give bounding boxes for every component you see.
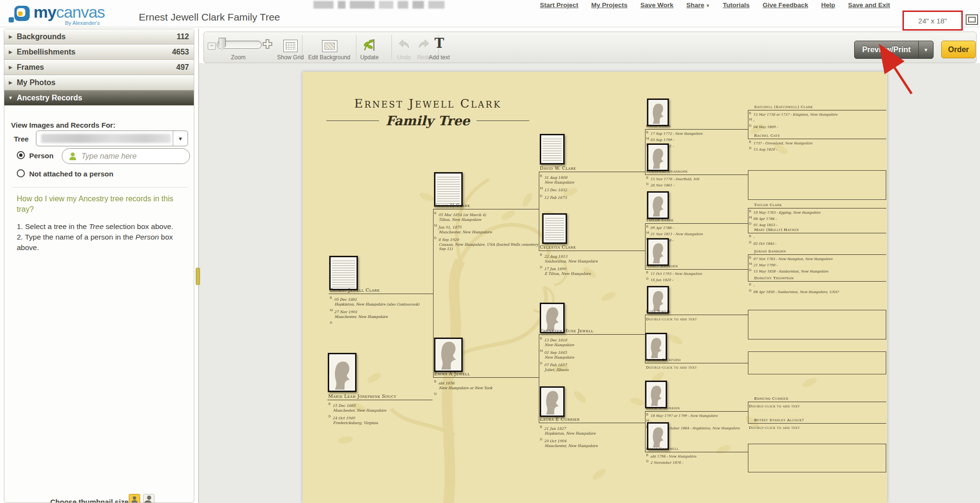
panel-splitter[interactable]	[198, 29, 199, 503]
add-text-placeholder[interactable]: Double-click to add text	[645, 316, 748, 322]
records-panel-heading: View Images and Records For:	[11, 121, 115, 129]
silhouette-photo[interactable]	[647, 98, 669, 126]
person-box-celestia[interactable]: Celestia ClarkB22 Aug 1813Sanbornton, Ne…	[539, 244, 645, 276]
person-name: Dorothy Thompson	[748, 275, 886, 282]
person-box-rachel[interactable]: Rachel CateB1737 - Greenland, New Hampsh…	[748, 133, 886, 152]
person-name: Taylor Clark	[748, 202, 886, 208]
person-box-nancy[interactable]: Nancy SanbornB11 Oct 1793 - New Hampshir…	[645, 263, 748, 282]
life-event: Babt 1798 - New Hampshire	[645, 453, 748, 459]
person-box-edmund[interactable]: Edmund CurrierDouble-click to add text	[748, 396, 886, 408]
person-box-mary[interactable]: Mary (Molly) HaynesB-D02 Oct 1845 -	[748, 227, 886, 246]
zoom-out-button[interactable]: −	[208, 43, 216, 50]
add-text-placeholder[interactable]: Double-click to add text	[645, 364, 748, 370]
person-box-ernest[interactable]: Ernest Jewell ClarkB05 Dec 1881Hopkinton…	[329, 287, 433, 327]
chevron-down-icon[interactable]: ▼	[173, 131, 188, 146]
empty-person-box[interactable]	[748, 170, 886, 200]
person-name: David W. Clark	[539, 165, 645, 172]
silhouette-photo[interactable]	[328, 353, 356, 392]
life-event: M02 Sep 1845New Hampshire	[539, 349, 645, 360]
accordion-my-photos[interactable]: ▶ My Photos	[4, 75, 194, 90]
life-event: D	[433, 392, 539, 398]
person-name: Betsey Stanley Alcock?	[748, 417, 886, 424]
redo-icon[interactable]	[417, 38, 431, 52]
nav-start-project[interactable]: Start Project	[540, 1, 578, 9]
person-box-taylor-clark-5[interactable]: Taylor ClarkB10 May 1763 - Epping, New H…	[748, 202, 886, 227]
person-box-satchell[interactable]: Satchell (Satchwell) ClarkB15 Mar 1736 o…	[748, 104, 886, 129]
silhouette-photo[interactable]	[645, 381, 667, 408]
life-event: M-	[748, 118, 886, 123]
accordion-frames[interactable]: ▶ Frames 497	[4, 60, 194, 75]
empty-person-box[interactable]	[748, 351, 886, 374]
thumbnail-size-large-button[interactable]	[143, 494, 155, 503]
person-box-abigail[interactable]: Abigail BickfordDouble-click to add text	[645, 357, 748, 370]
tree-select[interactable]: ▼	[36, 131, 188, 146]
life-event: D16 Jun 1820 -	[645, 277, 748, 283]
person-box-ezra[interactable]: Ezra JewellDouble-click to add text	[645, 309, 748, 321]
poster-title-block[interactable]: Ernest Jewell Clark Family Tree	[326, 97, 529, 128]
silhouette-photo[interactable]	[647, 238, 669, 266]
edit-background-icon[interactable]	[322, 40, 337, 52]
editor-toolbar: − Zoom Show Grid Edit Background Update …	[203, 32, 977, 63]
nav-save-and-exit[interactable]: Save and Exit	[848, 1, 890, 9]
person-box-emma[interactable]: Emma A JewellBabt 1856New Hampshire or N…	[433, 371, 539, 398]
nav-my-projects[interactable]: My Projects	[591, 1, 628, 9]
add-text-placeholder[interactable]: Double-click to add text	[748, 403, 886, 409]
show-grid-icon[interactable]	[283, 40, 298, 52]
person-name-input[interactable]: Type name here	[62, 148, 190, 164]
nav-save-work[interactable]: Save Work	[640, 1, 673, 9]
accordion-backgrounds[interactable]: ▶ Backgrounds 112	[4, 29, 194, 44]
person-box-davidw[interactable]: David W. ClarkB31 Aug 1808New HampshireM…	[539, 165, 645, 200]
person-radio[interactable]	[17, 151, 25, 159]
empty-person-box[interactable]	[748, 310, 886, 339]
person-box-dorothy[interactable]: Dorothy ThompsonB-D08 Apr 1850 - Sanborn…	[748, 275, 886, 294]
document-thumbnail[interactable]	[542, 213, 567, 244]
silhouette-photo[interactable]	[645, 333, 667, 361]
person-name: Laura E Currier	[539, 416, 645, 423]
person-box-laura[interactable]: Laura E CurrierB21 Jan 1827Hopkinton, Ne…	[539, 416, 645, 448]
splitter-handle[interactable]	[196, 268, 200, 285]
person-name: Edmund Currier	[748, 396, 886, 402]
silhouette-photo[interactable]	[434, 338, 463, 372]
zoom-label: Zoom	[214, 54, 262, 61]
person-box-josiah[interactable]: Josiah SanbornB07 Nov 1765 - New Hampton…	[748, 249, 886, 273]
order-button[interactable]: Order	[941, 41, 976, 58]
silhouette-photo[interactable]	[540, 386, 565, 417]
undo-icon[interactable]	[397, 38, 411, 52]
person-box-betsey[interactable]: Betsey Stanley Alcock?Double-click to ad…	[748, 417, 886, 430]
title-rule-right	[477, 120, 529, 121]
accordion-ancestry-records[interactable]: ▼ Ancestry Records	[4, 90, 194, 106]
nav-share[interactable]: Share▼	[686, 1, 710, 9]
empty-person-box[interactable]	[748, 444, 886, 472]
not-attached-radio[interactable]	[17, 169, 25, 177]
document-thumbnail[interactable]	[329, 256, 358, 290]
person-box-frank[interactable]: Frank H ClarkB05 Mar 1854 (or March 4)Ti…	[433, 202, 539, 251]
update-icon[interactable]	[362, 38, 376, 54]
zoom-in-button[interactable]	[262, 39, 273, 49]
add-text-icon[interactable]: T	[430, 36, 449, 51]
person-box-ebenezer[interactable]: Ebenezer Huse JewellB13 Dec 1818New Hamp…	[539, 328, 645, 372]
instruction-steps: 1. Select a tree in the Tree selection b…	[17, 221, 184, 253]
person-box-susannah[interactable]: Susannah DearbornB15 Nov 1776 - Deerfiel…	[645, 169, 748, 187]
person-box-dolly[interactable]: Dolly CampbellBabt 1798 - New HampshireD…	[645, 446, 748, 465]
silhouette-photo[interactable]	[647, 143, 669, 171]
nav-help[interactable]: Help	[821, 1, 835, 9]
preview-print-dropdown[interactable]: ▼	[918, 41, 933, 58]
document-thumbnail[interactable]	[540, 134, 565, 164]
silhouette-photo[interactable]	[647, 191, 669, 219]
nav-give-feedback[interactable]: Give Feedback	[763, 1, 808, 9]
add-text-placeholder[interactable]: Double-click to add text	[748, 425, 886, 430]
help-link[interactable]: How do I view my Ancestry tree records i…	[17, 194, 175, 215]
person-box-marie[interactable]: Marie Leah Josephine SoucyB15 Dec 1885Ma…	[327, 393, 433, 425]
design-canvas-poster[interactable]: Ernest Jewell Clark Family Tree Ernest J…	[302, 72, 887, 503]
life-event: B1737 - Greenland, New Hampshire	[748, 140, 886, 146]
mycanvas-logo[interactable]: mycanvas By Alexander's	[9, 3, 133, 26]
person-name: Susannah Dearborn	[645, 169, 748, 175]
life-event: B15 Mar 1736 or 1737 - Kingston, New Ham…	[748, 111, 886, 117]
document-thumbnail[interactable]	[434, 172, 463, 207]
thumbnail-size-small-button[interactable]	[129, 494, 140, 503]
fit-to-page-icon[interactable]	[966, 14, 978, 25]
accordion-embellishments[interactable]: ▶ Embellishments 4653	[4, 44, 194, 60]
poster-title-subtitle: Family Tree	[379, 113, 477, 128]
life-event: D24 Oct 1940Fredericksburg, Virginia	[327, 415, 433, 425]
nav-tutorials[interactable]: Tutorials	[723, 1, 750, 9]
